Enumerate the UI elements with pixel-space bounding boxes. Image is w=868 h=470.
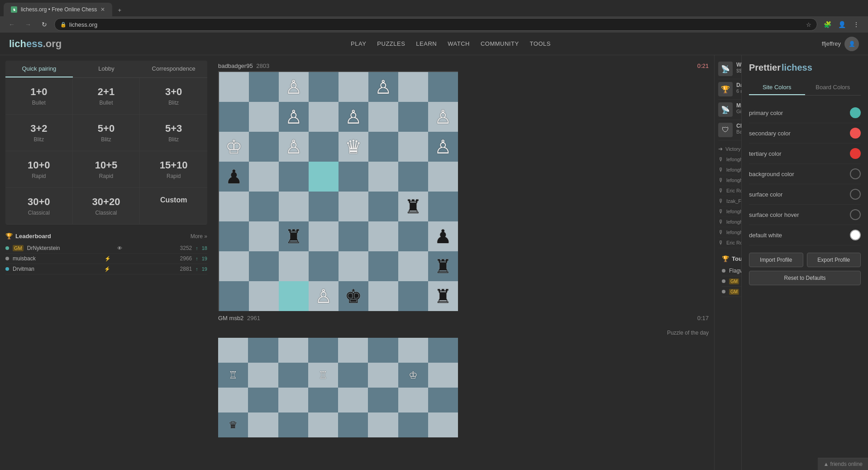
chess-cell-5-6[interactable] (398, 221, 428, 251)
pairing-cell-8[interactable]: 15+10 Rapid (140, 151, 207, 188)
pairing-cell-1[interactable]: 2+1 Bullet (73, 78, 140, 115)
pairing-cell-5[interactable]: 5+3 Blitz (140, 115, 207, 151)
nav-play[interactable]: PLAY (351, 40, 366, 47)
chess-cell-3-1[interactable] (249, 162, 279, 192)
tab-board-colors[interactable]: Board Colors (805, 80, 861, 95)
chess-cell-7-7[interactable]: ♜ (428, 281, 458, 311)
pairing-cell-7[interactable]: 10+5 Rapid (73, 151, 140, 188)
pairing-cell-0[interactable]: 1+0 Bullet (5, 78, 73, 115)
user-avatar[interactable]: 👤 (844, 37, 859, 51)
pairing-cell-6[interactable]: 10+0 Rapid (5, 151, 73, 188)
reload-button[interactable]: ↻ (38, 18, 51, 31)
chess-cell-5-0[interactable] (219, 221, 249, 251)
chess-cell-2-3[interactable] (309, 132, 339, 162)
mini-cell-1-2[interactable] (278, 363, 308, 388)
mini-cell-3-0[interactable]: ♛ (218, 412, 248, 437)
nav-learn[interactable]: LEARN (416, 40, 437, 47)
color-swatch-background[interactable] (850, 168, 861, 179)
chess-cell-5-2[interactable]: ♜ (279, 221, 309, 251)
nav-tools[interactable]: TOOLS (530, 40, 551, 47)
chess-cell-4-6[interactable]: ♜ (398, 192, 428, 221)
mini-cell-0-6[interactable] (398, 338, 428, 363)
mini-cell-2-0[interactable] (218, 388, 248, 412)
color-swatch-tertiary[interactable] (850, 148, 861, 159)
bookmark-icon[interactable]: ☆ (806, 21, 811, 28)
chess-cell-7-0[interactable] (219, 281, 249, 311)
mini-cell-1-4[interactable] (338, 363, 368, 388)
mini-cell-3-6[interactable] (398, 412, 428, 437)
mini-cell-3-1[interactable] (248, 412, 278, 437)
mini-cell-2-4[interactable] (338, 388, 368, 412)
chess-cell-3-3[interactable] (309, 162, 339, 192)
mini-cell-1-5[interactable] (368, 363, 398, 388)
forward-button[interactable]: → (22, 18, 34, 31)
chess-cell-2-7[interactable]: ♙ (428, 132, 458, 162)
chess-cell-5-5[interactable] (368, 221, 398, 251)
chess-cell-7-6[interactable] (398, 281, 428, 311)
mini-cell-3-2[interactable] (278, 412, 308, 437)
pairing-cell-3[interactable]: 3+2 Blitz (5, 115, 73, 151)
color-swatch-secondary[interactable] (850, 128, 861, 139)
mini-cell-1-7[interactable] (428, 363, 458, 388)
chess-cell-4-4[interactable] (339, 192, 368, 221)
chess-cell-6-4[interactable] (339, 251, 368, 281)
chess-cell-2-1[interactable] (249, 132, 279, 162)
chess-cell-4-7[interactable] (428, 192, 458, 221)
nav-watch[interactable]: WATCH (448, 40, 470, 47)
chess-cell-0-0[interactable] (219, 72, 249, 102)
chess-cell-6-5[interactable] (368, 251, 398, 281)
chess-cell-7-4[interactable]: ♚ (339, 281, 368, 311)
chess-cell-0-1[interactable] (249, 72, 279, 102)
color-swatch-primary[interactable] (850, 107, 861, 118)
chess-cell-4-5[interactable] (368, 192, 398, 221)
address-bar[interactable]: 🔒 lichess.org ☆ (54, 18, 817, 31)
chess-cell-0-4[interactable] (339, 72, 368, 102)
chess-cell-2-0[interactable]: ♔ (219, 132, 249, 162)
chess-board[interactable]: ♙♙♙♙♙♔♙♛♙♟♜♜♟♜♙♚♜ (218, 71, 458, 311)
chess-cell-0-5[interactable]: ♙ (368, 72, 398, 102)
chess-cell-1-3[interactable] (309, 102, 339, 132)
mini-cell-2-3[interactable] (308, 388, 338, 412)
nav-puzzles[interactable]: PUZZLES (377, 40, 405, 47)
chess-cell-1-6[interactable] (398, 102, 428, 132)
chess-cell-5-3[interactable] (309, 221, 339, 251)
mini-cell-0-2[interactable] (278, 338, 308, 363)
menu-button[interactable]: ⋮ (850, 18, 863, 31)
pairing-cell-2[interactable]: 3+0 Blitz (140, 78, 207, 115)
chess-cell-6-2[interactable] (279, 251, 309, 281)
mini-cell-0-3[interactable] (308, 338, 338, 363)
chess-cell-2-2[interactable]: ♙ (279, 132, 309, 162)
chess-cell-6-1[interactable] (249, 251, 279, 281)
mini-board[interactable]: ♖♖♔♛ (218, 338, 458, 437)
mini-cell-1-3[interactable]: ♖ (308, 363, 338, 388)
tab-quick-pairing[interactable]: Quick pairing (5, 61, 73, 77)
mini-cell-1-0[interactable]: ♖ (218, 363, 248, 388)
chess-cell-5-7[interactable]: ♟ (428, 221, 458, 251)
tab-close-button[interactable]: ✕ (100, 6, 105, 13)
pairing-cell-custom[interactable]: Custom (140, 188, 207, 225)
chess-cell-3-2[interactable] (279, 162, 309, 192)
chess-cell-7-2[interactable] (279, 281, 309, 311)
profile-button[interactable]: 👤 (835, 18, 848, 31)
new-tab-button[interactable]: + (112, 4, 127, 16)
chess-cell-6-0[interactable] (219, 251, 249, 281)
mini-cell-0-0[interactable] (218, 338, 248, 363)
chess-cell-1-4[interactable]: ♙ (339, 102, 368, 132)
mini-cell-1-6[interactable]: ♔ (398, 363, 428, 388)
pairing-cell-9[interactable]: 30+0 Classical (5, 188, 73, 225)
mini-cell-0-7[interactable] (428, 338, 458, 363)
chess-cell-2-4[interactable]: ♛ (339, 132, 368, 162)
chess-cell-7-3[interactable]: ♙ (309, 281, 339, 311)
chess-cell-6-3[interactable] (309, 251, 339, 281)
reset-defaults-button[interactable]: Reset to Defaults (749, 271, 861, 285)
mini-cell-3-5[interactable] (368, 412, 398, 437)
mini-cell-2-1[interactable] (248, 388, 278, 412)
chess-cell-0-7[interactable] (428, 72, 458, 102)
mini-cell-0-5[interactable] (368, 338, 398, 363)
chess-cell-2-5[interactable] (368, 132, 398, 162)
tab-correspondence[interactable]: Correspondence (140, 61, 207, 77)
chess-cell-4-0[interactable] (219, 192, 249, 221)
chess-cell-1-0[interactable] (219, 102, 249, 132)
mini-cell-3-4[interactable] (338, 412, 368, 437)
tab-site-colors[interactable]: Site Colors (749, 80, 805, 95)
